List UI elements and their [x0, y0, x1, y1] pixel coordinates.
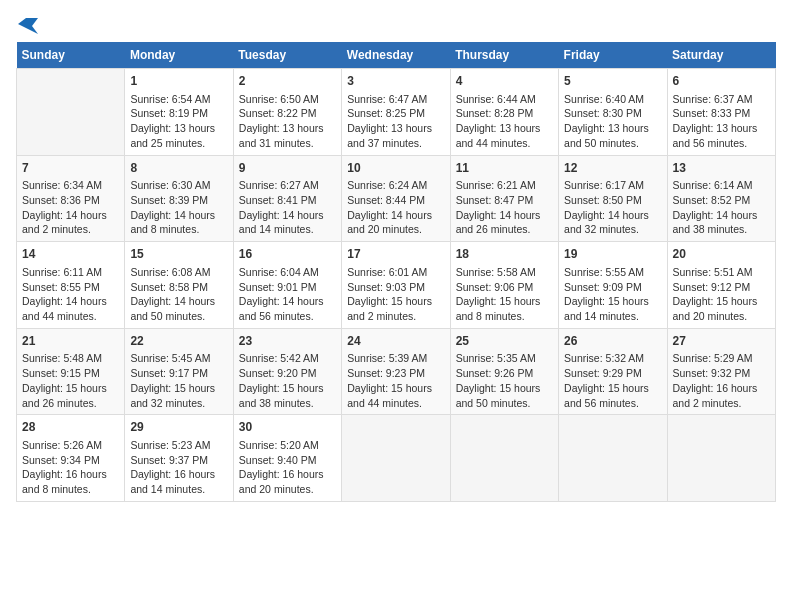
day-info: Sunrise: 6:21 AM Sunset: 8:47 PM Dayligh… [456, 178, 553, 237]
day-info: Sunrise: 5:23 AM Sunset: 9:37 PM Dayligh… [130, 438, 227, 497]
day-number: 17 [347, 246, 444, 263]
calendar-cell: 18Sunrise: 5:58 AM Sunset: 9:06 PM Dayli… [450, 242, 558, 329]
calendar-cell [450, 415, 558, 502]
day-number: 23 [239, 333, 336, 350]
calendar-cell: 23Sunrise: 5:42 AM Sunset: 9:20 PM Dayli… [233, 328, 341, 415]
weekday-header-monday: Monday [125, 42, 233, 69]
day-number: 4 [456, 73, 553, 90]
day-info: Sunrise: 6:08 AM Sunset: 8:58 PM Dayligh… [130, 265, 227, 324]
weekday-header-tuesday: Tuesday [233, 42, 341, 69]
day-number: 12 [564, 160, 661, 177]
day-number: 2 [239, 73, 336, 90]
day-number: 13 [673, 160, 770, 177]
day-number: 11 [456, 160, 553, 177]
calendar-cell: 3Sunrise: 6:47 AM Sunset: 8:25 PM Daylig… [342, 69, 450, 156]
day-info: Sunrise: 6:34 AM Sunset: 8:36 PM Dayligh… [22, 178, 119, 237]
calendar-cell: 1Sunrise: 6:54 AM Sunset: 8:19 PM Daylig… [125, 69, 233, 156]
day-number: 29 [130, 419, 227, 436]
calendar-cell: 11Sunrise: 6:21 AM Sunset: 8:47 PM Dayli… [450, 155, 558, 242]
week-row-1: 1Sunrise: 6:54 AM Sunset: 8:19 PM Daylig… [17, 69, 776, 156]
day-number: 18 [456, 246, 553, 263]
day-info: Sunrise: 6:47 AM Sunset: 8:25 PM Dayligh… [347, 92, 444, 151]
calendar-cell: 6Sunrise: 6:37 AM Sunset: 8:33 PM Daylig… [667, 69, 775, 156]
day-number: 14 [22, 246, 119, 263]
day-number: 5 [564, 73, 661, 90]
calendar-cell: 2Sunrise: 6:50 AM Sunset: 8:22 PM Daylig… [233, 69, 341, 156]
day-number: 7 [22, 160, 119, 177]
page-header [16, 16, 776, 34]
day-info: Sunrise: 6:40 AM Sunset: 8:30 PM Dayligh… [564, 92, 661, 151]
day-number: 1 [130, 73, 227, 90]
day-info: Sunrise: 5:26 AM Sunset: 9:34 PM Dayligh… [22, 438, 119, 497]
day-info: Sunrise: 6:01 AM Sunset: 9:03 PM Dayligh… [347, 265, 444, 324]
day-info: Sunrise: 5:48 AM Sunset: 9:15 PM Dayligh… [22, 351, 119, 410]
calendar-cell [17, 69, 125, 156]
weekday-header-friday: Friday [559, 42, 667, 69]
week-row-2: 7Sunrise: 6:34 AM Sunset: 8:36 PM Daylig… [17, 155, 776, 242]
day-number: 24 [347, 333, 444, 350]
day-info: Sunrise: 6:14 AM Sunset: 8:52 PM Dayligh… [673, 178, 770, 237]
calendar-table: SundayMondayTuesdayWednesdayThursdayFrid… [16, 42, 776, 502]
weekday-header-saturday: Saturday [667, 42, 775, 69]
calendar-body: 1Sunrise: 6:54 AM Sunset: 8:19 PM Daylig… [17, 69, 776, 502]
day-info: Sunrise: 5:51 AM Sunset: 9:12 PM Dayligh… [673, 265, 770, 324]
calendar-cell: 14Sunrise: 6:11 AM Sunset: 8:55 PM Dayli… [17, 242, 125, 329]
day-number: 19 [564, 246, 661, 263]
day-info: Sunrise: 6:30 AM Sunset: 8:39 PM Dayligh… [130, 178, 227, 237]
day-number: 16 [239, 246, 336, 263]
weekday-header-row: SundayMondayTuesdayWednesdayThursdayFrid… [17, 42, 776, 69]
week-row-4: 21Sunrise: 5:48 AM Sunset: 9:15 PM Dayli… [17, 328, 776, 415]
day-info: Sunrise: 5:20 AM Sunset: 9:40 PM Dayligh… [239, 438, 336, 497]
calendar-cell: 10Sunrise: 6:24 AM Sunset: 8:44 PM Dayli… [342, 155, 450, 242]
calendar-cell: 9Sunrise: 6:27 AM Sunset: 8:41 PM Daylig… [233, 155, 341, 242]
day-info: Sunrise: 5:45 AM Sunset: 9:17 PM Dayligh… [130, 351, 227, 410]
day-info: Sunrise: 5:55 AM Sunset: 9:09 PM Dayligh… [564, 265, 661, 324]
calendar-cell: 4Sunrise: 6:44 AM Sunset: 8:28 PM Daylig… [450, 69, 558, 156]
calendar-cell: 16Sunrise: 6:04 AM Sunset: 9:01 PM Dayli… [233, 242, 341, 329]
day-number: 3 [347, 73, 444, 90]
calendar-cell: 28Sunrise: 5:26 AM Sunset: 9:34 PM Dayli… [17, 415, 125, 502]
calendar-cell: 7Sunrise: 6:34 AM Sunset: 8:36 PM Daylig… [17, 155, 125, 242]
logo [16, 16, 38, 34]
day-number: 9 [239, 160, 336, 177]
day-number: 28 [22, 419, 119, 436]
calendar-cell: 5Sunrise: 6:40 AM Sunset: 8:30 PM Daylig… [559, 69, 667, 156]
day-number: 30 [239, 419, 336, 436]
day-info: Sunrise: 6:11 AM Sunset: 8:55 PM Dayligh… [22, 265, 119, 324]
day-number: 22 [130, 333, 227, 350]
day-info: Sunrise: 6:44 AM Sunset: 8:28 PM Dayligh… [456, 92, 553, 151]
calendar-cell: 13Sunrise: 6:14 AM Sunset: 8:52 PM Dayli… [667, 155, 775, 242]
day-info: Sunrise: 5:39 AM Sunset: 9:23 PM Dayligh… [347, 351, 444, 410]
calendar-cell: 25Sunrise: 5:35 AM Sunset: 9:26 PM Dayli… [450, 328, 558, 415]
calendar-cell [559, 415, 667, 502]
calendar-cell: 27Sunrise: 5:29 AM Sunset: 9:32 PM Dayli… [667, 328, 775, 415]
calendar-cell: 12Sunrise: 6:17 AM Sunset: 8:50 PM Dayli… [559, 155, 667, 242]
weekday-header-thursday: Thursday [450, 42, 558, 69]
weekday-header-wednesday: Wednesday [342, 42, 450, 69]
calendar-cell: 15Sunrise: 6:08 AM Sunset: 8:58 PM Dayli… [125, 242, 233, 329]
calendar-cell: 19Sunrise: 5:55 AM Sunset: 9:09 PM Dayli… [559, 242, 667, 329]
calendar-cell [342, 415, 450, 502]
calendar-cell: 20Sunrise: 5:51 AM Sunset: 9:12 PM Dayli… [667, 242, 775, 329]
day-info: Sunrise: 6:17 AM Sunset: 8:50 PM Dayligh… [564, 178, 661, 237]
day-number: 10 [347, 160, 444, 177]
day-info: Sunrise: 6:37 AM Sunset: 8:33 PM Dayligh… [673, 92, 770, 151]
day-number: 8 [130, 160, 227, 177]
calendar-cell: 24Sunrise: 5:39 AM Sunset: 9:23 PM Dayli… [342, 328, 450, 415]
calendar-cell: 22Sunrise: 5:45 AM Sunset: 9:17 PM Dayli… [125, 328, 233, 415]
day-info: Sunrise: 5:42 AM Sunset: 9:20 PM Dayligh… [239, 351, 336, 410]
calendar-cell: 26Sunrise: 5:32 AM Sunset: 9:29 PM Dayli… [559, 328, 667, 415]
logo-bird-icon [18, 16, 38, 34]
day-number: 27 [673, 333, 770, 350]
day-number: 25 [456, 333, 553, 350]
week-row-3: 14Sunrise: 6:11 AM Sunset: 8:55 PM Dayli… [17, 242, 776, 329]
day-info: Sunrise: 5:58 AM Sunset: 9:06 PM Dayligh… [456, 265, 553, 324]
day-number: 21 [22, 333, 119, 350]
week-row-5: 28Sunrise: 5:26 AM Sunset: 9:34 PM Dayli… [17, 415, 776, 502]
calendar-cell: 29Sunrise: 5:23 AM Sunset: 9:37 PM Dayli… [125, 415, 233, 502]
day-info: Sunrise: 6:24 AM Sunset: 8:44 PM Dayligh… [347, 178, 444, 237]
day-info: Sunrise: 5:35 AM Sunset: 9:26 PM Dayligh… [456, 351, 553, 410]
svg-marker-0 [18, 18, 38, 34]
day-info: Sunrise: 6:04 AM Sunset: 9:01 PM Dayligh… [239, 265, 336, 324]
day-number: 20 [673, 246, 770, 263]
